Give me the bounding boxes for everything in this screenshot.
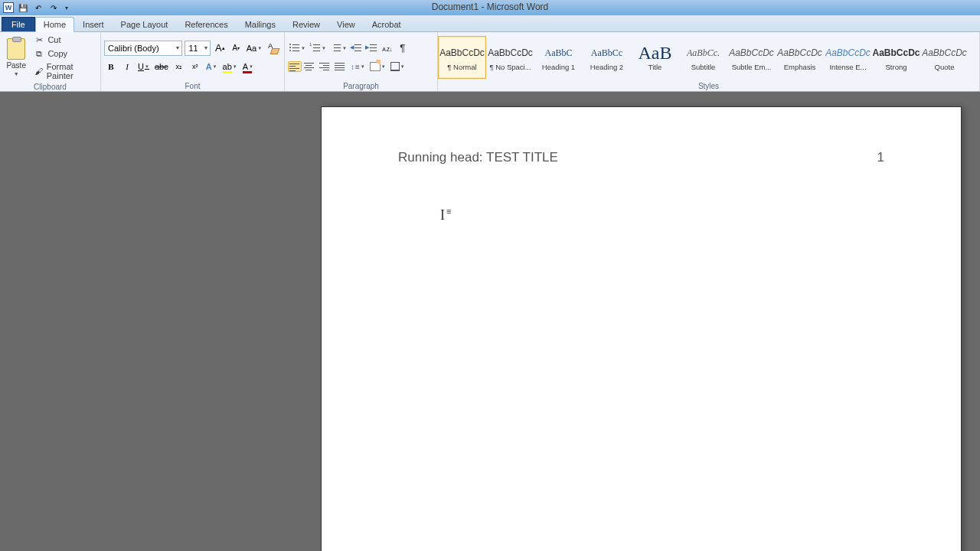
style-item[interactable]: AaBbCcDc¶ Normal [438, 36, 486, 79]
sort-button[interactable] [381, 41, 394, 56]
bold-button[interactable]: B [104, 59, 118, 74]
multilevel-list-button[interactable]: ▼ [329, 41, 348, 56]
style-item[interactable]: AaBbCcDc¶ No Spaci... [486, 36, 534, 79]
font-size-value: 11 [188, 44, 198, 53]
italic-button[interactable]: I [120, 59, 134, 74]
decrease-indent-icon [351, 44, 362, 53]
line-spacing-button[interactable]: ▼ [349, 59, 367, 74]
undo-icon[interactable]: ↶ [32, 2, 44, 14]
increase-indent-icon [367, 44, 377, 53]
style-item[interactable]: AaBbCcDcEmphasis [776, 36, 824, 79]
font-size-combo[interactable]: 11 ▼ [185, 41, 211, 56]
style-preview: AaBbC [545, 43, 573, 63]
styles-gallery[interactable]: AaBbCcDc¶ NormalAaBbCcDc¶ No Spaci...AaB… [438, 36, 969, 79]
group-label-paragraph: Paragraph [285, 82, 437, 91]
document-area[interactable]: Running head: TEST TITLE 1 I≡ [0, 92, 980, 551]
page-header: Running head: TEST TITLE 1 [322, 107, 961, 165]
word-app-icon[interactable]: W [3, 2, 14, 13]
subscript-button[interactable]: x₂ [172, 59, 186, 74]
style-item[interactable]: AaBTitle [631, 36, 679, 79]
numbering-button[interactable]: ▼ [309, 41, 328, 56]
style-item[interactable]: AaBbCc.Subtitle [679, 36, 727, 79]
style-item[interactable]: AaBbCcDcSubtle Em... [727, 36, 776, 79]
paste-label: Paste [6, 61, 26, 70]
chevron-down-icon[interactable]: ▼ [174, 45, 181, 51]
line-spacing-icon [351, 62, 360, 71]
style-preview: AaB [639, 43, 672, 63]
superscript-button[interactable]: x² [188, 59, 202, 74]
tab-review[interactable]: Review [284, 17, 328, 31]
borders-button[interactable]: ▼ [389, 59, 407, 74]
bullets-icon [289, 44, 300, 53]
align-left-button[interactable] [288, 61, 302, 72]
style-preview: AaBbCcDc [729, 43, 774, 63]
tab-home[interactable]: Home [35, 17, 74, 32]
style-preview: AaBbCcDc [922, 43, 967, 63]
style-preview: AaBbCc. [687, 43, 720, 63]
style-label: Heading 1 [542, 63, 575, 71]
style-preview: AaBbCcDc [873, 43, 920, 63]
decrease-indent-button[interactable] [350, 41, 364, 56]
page[interactable]: Running head: TEST TITLE 1 I≡ [322, 107, 961, 551]
group-clipboard: Paste ▼ ✂ Cut ⧉ Copy 🖌 Format Painter Cl… [0, 32, 101, 91]
style-item[interactable]: AaBbCcDcIntense E... [824, 36, 872, 79]
shading-button[interactable]: ▼ [368, 59, 387, 74]
copy-label: Copy [47, 49, 67, 58]
tab-acrobat[interactable]: Acrobat [364, 17, 410, 31]
bullets-button[interactable]: ▼ [288, 41, 307, 56]
text-effects-button[interactable]: A▼ [204, 59, 219, 74]
style-label: Heading 2 [590, 63, 623, 71]
running-head-text: Running head: TEST TITLE [398, 150, 558, 165]
brush-icon: 🖌 [34, 66, 43, 77]
style-item[interactable]: AaBbCcHeading 2 [583, 36, 631, 79]
ribbon-tabs: File Home Insert Page Layout References … [0, 15, 980, 32]
tab-file[interactable]: File [2, 17, 35, 31]
paste-button[interactable]: Paste ▼ [3, 37, 29, 78]
qat-customize-icon[interactable]: ▾ [63, 2, 70, 14]
text-cursor: I≡ [440, 207, 451, 223]
show-hide-button[interactable]: ¶ [396, 41, 410, 56]
font-name-combo[interactable]: Calibri (Body) ▼ [104, 41, 182, 56]
redo-icon[interactable]: ↷ [47, 2, 60, 14]
style-item[interactable]: AaBbCcDcQuote [920, 36, 969, 79]
quick-access-toolbar: W 💾 ↶ ↷ ▾ [0, 2, 70, 14]
borders-icon [390, 62, 400, 71]
highlight-button[interactable]: ab▼ [221, 59, 239, 74]
change-case-button[interactable]: Aa▼ [245, 41, 263, 56]
cut-label: Cut [47, 35, 60, 44]
tab-references[interactable]: References [176, 17, 236, 31]
style-preview: AaBbCcDc [825, 43, 871, 63]
tab-mailings[interactable]: Mailings [237, 17, 284, 31]
clear-formatting-button[interactable] [265, 41, 281, 56]
format-painter-button[interactable]: 🖌 Format Painter [32, 61, 97, 81]
align-right-button[interactable] [318, 61, 332, 72]
grow-font-button[interactable]: A▴ [213, 41, 227, 56]
increase-indent-button[interactable] [365, 41, 379, 56]
save-icon[interactable]: 💾 [17, 2, 29, 14]
tab-insert[interactable]: Insert [74, 17, 113, 31]
style-label: Subtle Em... [732, 63, 772, 71]
paste-icon [7, 38, 25, 60]
align-center-button[interactable] [303, 61, 317, 72]
copy-icon: ⧉ [34, 48, 44, 59]
style-preview: AaBbCcDc [439, 43, 485, 63]
cut-button[interactable]: ✂ Cut [32, 34, 97, 46]
style-item[interactable]: AaBbCcDcStrong [872, 36, 920, 79]
strikethrough-button[interactable]: abc [153, 59, 170, 74]
eraser-icon [266, 41, 279, 55]
shrink-font-button[interactable]: A▾ [229, 41, 243, 56]
tab-view[interactable]: View [328, 17, 364, 31]
style-label: Subtitle [691, 63, 716, 71]
align-justify-button[interactable] [334, 61, 348, 72]
chevron-down-icon[interactable]: ▼ [201, 45, 208, 51]
chevron-down-icon[interactable]: ▼ [14, 71, 19, 77]
tab-page-layout[interactable]: Page Layout [113, 17, 177, 31]
style-label: Emphasis [784, 63, 816, 71]
copy-button[interactable]: ⧉ Copy [32, 47, 97, 60]
style-item[interactable]: AaBbCHeading 1 [534, 36, 583, 79]
font-color-button[interactable]: A▼ [241, 59, 255, 74]
style-label: ¶ No Spaci... [489, 63, 531, 71]
window-title: Document1 - Microsoft Word [432, 2, 549, 12]
group-label-styles: Styles [438, 82, 979, 91]
underline-button[interactable]: U▼ [136, 59, 151, 74]
